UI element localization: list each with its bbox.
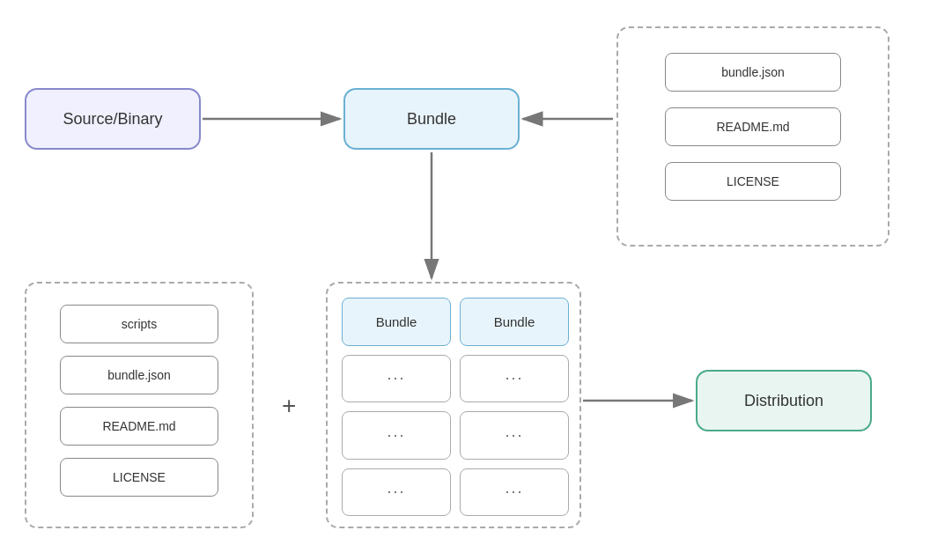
bl-item-readme: README.md [60, 407, 218, 446]
diagram: Source/Binary Bundle Distribution bundle… [0, 0, 930, 560]
tr-item-1: bundle.json [665, 53, 841, 92]
bundle-cell-4-2: ··· [460, 468, 569, 517]
bundle-cell-4-1: ··· [342, 468, 451, 517]
bundle-cell-1-2: Bundle [460, 298, 569, 346]
distribution-label: Distribution [744, 392, 823, 410]
bundle-grid-container: Bundle Bundle ··· ··· ··· ··· ··· ··· [326, 282, 581, 528]
bundle-grid: Bundle Bundle ··· ··· ··· ··· ··· ··· [342, 298, 569, 516]
bundle-cell-3-1: ··· [342, 411, 451, 460]
bl-item-license: LICENSE [60, 458, 218, 497]
bundle-cell-3-2: ··· [460, 411, 569, 460]
bl-item-scripts: scripts [60, 305, 218, 343]
source-binary-label: Source/Binary [63, 110, 162, 129]
plus-sign: + [282, 392, 296, 420]
source-binary-box: Source/Binary [25, 88, 201, 150]
bottom-left-container: scripts bundle.json README.md LICENSE [25, 282, 254, 528]
bundle-cell-2-1: ··· [342, 355, 451, 403]
bundle-cell-2-2: ··· [460, 355, 569, 403]
bundle-main-label: Bundle [407, 110, 456, 129]
tr-item-2: README.md [665, 107, 841, 146]
bundle-cell-1-1: Bundle [342, 298, 451, 346]
distribution-box: Distribution [696, 370, 872, 431]
top-right-container: bundle.json README.md LICENSE [616, 26, 889, 247]
bundle-main-box: Bundle [343, 88, 520, 150]
tr-item-3: LICENSE [665, 162, 841, 201]
bl-item-bundle-json: bundle.json [60, 356, 218, 394]
